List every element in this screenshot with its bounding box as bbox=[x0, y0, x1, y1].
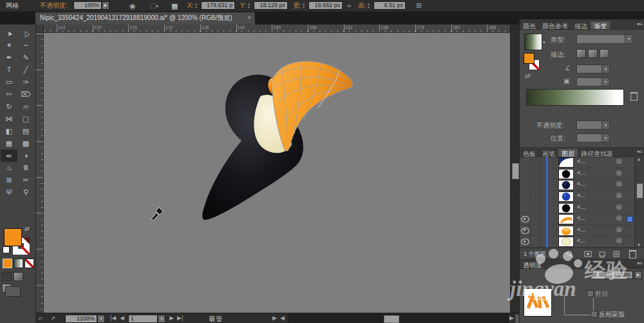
make-clip-mask-icon[interactable] bbox=[584, 250, 592, 258]
stroke-along-button[interactable] bbox=[588, 49, 598, 58]
layer-label[interactable]: <... bbox=[577, 181, 585, 187]
artboard-canvas[interactable]: 114120126132138144150156162168174180186 bbox=[35, 24, 519, 313]
new-layer-icon[interactable] bbox=[612, 250, 620, 258]
target-circle-icon[interactable]: ◎ bbox=[616, 203, 622, 210]
line-segment-tool[interactable]: ╱ bbox=[17, 64, 34, 76]
swap-fill-stroke-icon[interactable]: ⇄ bbox=[24, 226, 30, 232]
artboard-tool[interactable]: ⊞ bbox=[1, 174, 17, 186]
zoom-dropdown-icon[interactable]: ▾ bbox=[97, 315, 105, 323]
layer-row-0[interactable]: <...◎ bbox=[520, 157, 634, 168]
layer-label[interactable]: <... bbox=[577, 158, 585, 164]
visibility-cell[interactable] bbox=[520, 236, 531, 247]
height-input[interactable]: 8.51 px bbox=[374, 1, 406, 10]
gradient-swatch-thumb[interactable] bbox=[524, 34, 542, 50]
visibility-eye-icon[interactable] bbox=[521, 228, 529, 234]
layers-scrollbar-thumb[interactable] bbox=[637, 184, 643, 198]
stop-opacity-dropdown-icon[interactable]: ▾ bbox=[601, 121, 610, 130]
zoom-level-input[interactable]: 1200% bbox=[65, 315, 97, 323]
angle-dropdown-icon[interactable]: ▾ bbox=[601, 64, 610, 73]
hand-tool[interactable]: Ψ bbox=[1, 186, 17, 199]
transparency-panel-header[interactable]: 透明度 bbox=[520, 259, 644, 269]
visibility-cell[interactable] bbox=[520, 168, 531, 179]
gradient-panel-menu-icon[interactable]: ▾≡ bbox=[637, 19, 643, 29]
layer-label[interactable]: <... bbox=[577, 215, 585, 221]
lock-cell[interactable] bbox=[530, 168, 541, 179]
magic-wand-tool[interactable]: ✶ bbox=[1, 39, 17, 52]
new-sublayer-icon[interactable] bbox=[598, 250, 606, 258]
layer-label[interactable]: <... bbox=[577, 226, 585, 233]
width-input[interactable]: 18.662 px bbox=[308, 1, 343, 10]
last-artboard-icon[interactable]: ▶| bbox=[177, 315, 183, 321]
mini-fill-swatch[interactable] bbox=[524, 53, 535, 64]
target-circle-icon[interactable]: ◎ bbox=[616, 214, 622, 221]
layer-row-4[interactable]: <...◎ bbox=[520, 202, 634, 214]
transparency-opacity-popup-icon[interactable]: ▶ bbox=[634, 271, 642, 279]
mesh-edit-icon[interactable]: ▦ bbox=[171, 0, 178, 12]
gradTabs-tab-1[interactable]: 颜色参考 bbox=[539, 21, 571, 30]
prev-artboard-icon[interactable]: ◀ bbox=[120, 315, 124, 321]
perspective-grid-tool[interactable]: ▤ bbox=[17, 125, 34, 137]
none-mode-button[interactable] bbox=[24, 259, 34, 268]
visibility-cell[interactable] bbox=[520, 157, 531, 168]
transparency-object-thumb[interactable] bbox=[524, 288, 552, 317]
x-stepper[interactable]: ▲▼ bbox=[194, 3, 198, 8]
gradient-type-dropdown-icon[interactable]: ▾ bbox=[625, 34, 633, 44]
layer-row-2[interactable]: <...◎ bbox=[520, 179, 634, 191]
x-input[interactable]: 178.631 p bbox=[201, 1, 235, 10]
eyedropper-tool[interactable]: ✑ bbox=[1, 150, 17, 162]
invert-mask-checkbox[interactable] bbox=[591, 311, 598, 318]
lock-cell[interactable] bbox=[530, 191, 541, 202]
layer-label[interactable]: <... bbox=[577, 170, 585, 176]
layer-row-6[interactable]: <...◎ bbox=[520, 225, 634, 237]
y-stepper[interactable]: ▲▼ bbox=[247, 3, 251, 8]
target-circle-icon[interactable]: ◎ bbox=[616, 157, 622, 164]
constrain-link-icon[interactable]: ∞ bbox=[347, 0, 351, 12]
layer-row-7[interactable]: <...◎ bbox=[520, 236, 634, 248]
selection-tool[interactable]: ▲ bbox=[1, 27, 17, 39]
visibility-eye-icon[interactable] bbox=[521, 216, 529, 222]
gradTabs-tab-2[interactable]: 描边 bbox=[571, 21, 591, 30]
height-stepper[interactable]: ▲▼ bbox=[367, 3, 370, 8]
opacity-input[interactable]: 100% bbox=[73, 1, 102, 10]
paintbrush-tool[interactable]: ✑ bbox=[17, 76, 34, 88]
shape-builder-tool[interactable]: ◧ bbox=[1, 125, 17, 137]
gradient-swatch-dropdown-icon[interactable]: ▾ bbox=[543, 40, 545, 45]
navigate-artboards-icon[interactable]: ▱ bbox=[38, 315, 43, 321]
visibility-eye-icon[interactable] bbox=[521, 239, 529, 245]
arrange-documents-icon[interactable]: ⇗ bbox=[51, 315, 56, 321]
envelope-mesh-icon[interactable]: ⊞ bbox=[416, 0, 421, 12]
artboard-number-input[interactable]: 1 bbox=[128, 315, 158, 323]
lock-cell[interactable] bbox=[530, 179, 541, 190]
aspect-dropdown-icon[interactable]: ▾ bbox=[601, 77, 610, 86]
gradient-slider-bar[interactable] bbox=[526, 89, 624, 106]
rotate-tool[interactable]: ↻ bbox=[1, 101, 17, 113]
fill-color-swatch[interactable] bbox=[4, 228, 22, 246]
pencil-tool[interactable]: ✎ bbox=[17, 52, 34, 64]
lock-cell[interactable] bbox=[530, 225, 541, 236]
free-transform-tool[interactable]: ▢ bbox=[17, 113, 34, 125]
select-similar-icon[interactable]: ⬚▾ bbox=[150, 0, 158, 12]
target-circle-icon[interactable]: ◎ bbox=[616, 169, 622, 176]
lock-cell[interactable] bbox=[530, 157, 541, 168]
gradient-mode-button[interactable] bbox=[14, 259, 23, 268]
type-tool[interactable]: T bbox=[1, 64, 17, 76]
lock-cell[interactable] bbox=[530, 236, 541, 247]
artboard-dropdown-icon[interactable]: ▾ bbox=[158, 315, 166, 323]
close-tab-icon[interactable]: × bbox=[247, 12, 251, 24]
lock-cell[interactable] bbox=[530, 202, 541, 213]
layer-row-5[interactable]: <...◎ bbox=[520, 213, 634, 225]
recolor-artwork-icon[interactable]: ◉ bbox=[129, 0, 136, 12]
gradTabs-tab-0[interactable]: 颜色 bbox=[520, 21, 539, 30]
screen-mode-button[interactable] bbox=[5, 286, 21, 297]
selection-color-chip[interactable] bbox=[627, 216, 633, 222]
status-expand-icon[interactable]: ▶ bbox=[272, 315, 277, 321]
transparency-panel-title[interactable]: 透明度 bbox=[520, 260, 545, 269]
horizontal-scrollbar[interactable] bbox=[288, 314, 509, 323]
scroll-left-icon[interactable]: ◀ bbox=[280, 315, 285, 321]
target-circle-icon[interactable]: ◎ bbox=[616, 180, 622, 187]
blob-brush-tool[interactable]: ✏ bbox=[1, 88, 17, 101]
y-input[interactable]: 18.125 px bbox=[254, 1, 288, 10]
next-artboard-icon[interactable]: ▶ bbox=[169, 315, 174, 321]
visibility-cell[interactable] bbox=[520, 213, 531, 224]
direct-selection-tool[interactable]: △ bbox=[17, 27, 34, 39]
